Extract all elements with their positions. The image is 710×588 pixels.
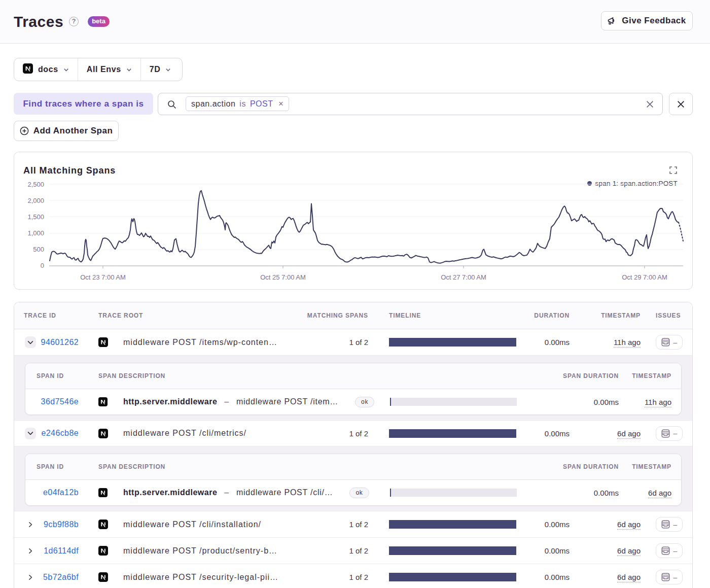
svg-text:1,500: 1,500: [27, 213, 44, 221]
svg-text:500: 500: [33, 246, 44, 253]
svg-text:Oct 25 7:00 AM: Oct 25 7:00 AM: [260, 273, 306, 281]
svg-text:Oct 27 7:00 AM: Oct 27 7:00 AM: [441, 273, 486, 281]
svg-text:2,000: 2,000: [27, 197, 44, 204]
svg-text:Oct 29 7:00 AM: Oct 29 7:00 AM: [622, 273, 667, 281]
svg-text:0: 0: [41, 262, 44, 269]
svg-text:1,000: 1,000: [27, 229, 44, 237]
svg-text:2,500: 2,500: [27, 181, 44, 188]
svg-text:Oct 23 7:00 AM: Oct 23 7:00 AM: [80, 273, 126, 281]
